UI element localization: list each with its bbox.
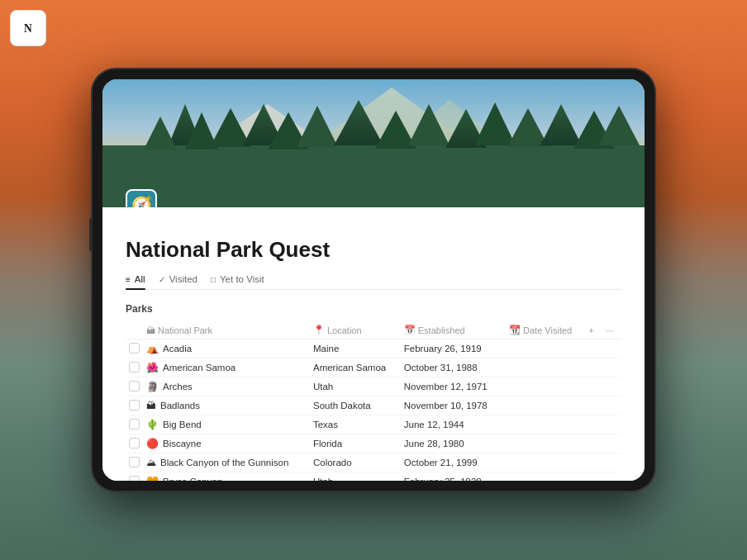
tab-visited[interactable]: ✓ Visited	[159, 274, 197, 289]
tablet-frame: 🧭 National Park Quest ≡ All ✓ Visited □ …	[93, 69, 654, 491]
park-location: Utah	[310, 377, 401, 396]
park-date-visited	[506, 396, 586, 415]
row-checkbox[interactable]	[126, 358, 143, 377]
row-checkbox[interactable]	[126, 396, 143, 415]
tab-all-icon: ≡	[126, 275, 131, 284]
park-emoji: 🌺	[146, 362, 159, 373]
park-emoji: 🧡	[146, 476, 159, 481]
row-checkbox[interactable]	[126, 434, 143, 453]
park-name: ⛺Acadia	[143, 339, 310, 358]
park-established: October 21, 1999	[401, 453, 506, 472]
park-emoji: 🏔	[146, 400, 156, 411]
row-extra1	[586, 396, 602, 415]
col-options[interactable]: ···	[602, 321, 621, 339]
park-established: June 28, 1980	[401, 434, 506, 453]
park-location: Maine	[310, 339, 401, 358]
cover-image: 🧭	[102, 79, 645, 207]
park-established: November 12, 1971	[401, 377, 506, 396]
park-name: 🏔Badlands	[143, 396, 310, 415]
row-extra1	[586, 358, 602, 377]
park-location: Colorado	[310, 453, 401, 472]
row-extra2	[602, 377, 621, 396]
table-row[interactable]: ⛰Black Canyon of the Gunnison Colorado O…	[126, 453, 621, 472]
row-extra2	[602, 358, 621, 377]
table-row[interactable]: 🧡Bryce Canyon Utah February 25, 1928	[126, 472, 621, 482]
table-row[interactable]: 🌺American Samoa American Samoa October 3…	[126, 358, 621, 377]
row-extra1	[586, 415, 602, 434]
row-extra2	[602, 434, 621, 453]
tabs-bar: ≡ All ✓ Visited □ Yet to Visit	[126, 274, 621, 290]
row-extra1	[586, 472, 602, 482]
row-checkbox[interactable]	[126, 339, 143, 358]
park-name: ⛰Black Canyon of the Gunnison	[143, 453, 310, 472]
tab-visited-icon: ✓	[159, 275, 165, 284]
tab-yet-to-visit[interactable]: □ Yet to Visit	[211, 274, 264, 289]
park-date-visited	[506, 472, 586, 482]
row-checkbox[interactable]	[126, 472, 143, 482]
park-emoji: 🌵	[146, 419, 159, 430]
park-date-visited	[506, 339, 586, 358]
content-area[interactable]: National Park Quest ≡ All ✓ Visited □ Ye…	[102, 207, 645, 481]
svg-rect-6	[102, 145, 645, 207]
calendar-icon: 📅	[404, 325, 416, 335]
checkbox-input[interactable]	[129, 400, 140, 411]
page-icon: 🧭	[126, 189, 157, 207]
park-established: June 12, 1944	[401, 415, 506, 434]
row-extra2	[602, 415, 621, 434]
table-row[interactable]: 🌵Big Bend Texas June 12, 1944	[126, 415, 621, 434]
row-extra2	[602, 453, 621, 472]
park-date-visited	[506, 434, 586, 453]
tab-yet-icon: □	[211, 275, 216, 284]
col-established[interactable]: 📅 Established	[401, 321, 506, 339]
checkbox-input[interactable]	[129, 381, 140, 392]
park-location: Florida	[310, 434, 401, 453]
tab-all[interactable]: ≡ All	[126, 274, 145, 289]
mountain-icon: 🏔	[146, 325, 155, 335]
checkbox-input[interactable]	[129, 438, 140, 448]
park-established: November 10, 1978	[401, 396, 506, 415]
checkbox-input[interactable]	[129, 457, 140, 467]
checkbox-input[interactable]	[129, 343, 140, 354]
park-name: 🧡Bryce Canyon	[143, 472, 310, 482]
add-column-button[interactable]: +	[586, 321, 602, 339]
tablet-screen: 🧭 National Park Quest ≡ All ✓ Visited □ …	[102, 79, 645, 481]
checkbox-input[interactable]	[129, 419, 140, 429]
park-name: 🌵Big Bend	[143, 415, 310, 434]
park-location: American Samoa	[310, 358, 401, 377]
row-extra1	[586, 453, 602, 472]
page-title: National Park Quest	[126, 237, 621, 263]
park-date-visited	[506, 377, 586, 396]
col-location[interactable]: 📍 Location	[310, 321, 401, 339]
checkbox-input[interactable]	[129, 362, 140, 373]
table-row[interactable]: 🗿Arches Utah November 12, 1971	[126, 377, 621, 396]
row-checkbox[interactable]	[126, 453, 143, 472]
park-emoji: ⛰	[146, 457, 156, 468]
col-name[interactable]: 🏔 National Park	[143, 321, 310, 339]
pin-icon: 📍	[313, 325, 325, 335]
park-emoji: 🔴	[146, 438, 159, 449]
park-date-visited	[506, 415, 586, 434]
checkbox-input[interactable]	[129, 476, 140, 482]
notion-icon[interactable]: N	[10, 10, 46, 46]
row-extra2	[602, 339, 621, 358]
park-emoji: ⛺	[146, 343, 159, 354]
table-row[interactable]: 🏔Badlands South Dakota November 10, 1978	[126, 396, 621, 415]
row-checkbox[interactable]	[126, 415, 143, 434]
park-location: South Dakota	[310, 396, 401, 415]
table-row[interactable]: 🔴Biscayne Florida June 28, 1980	[126, 434, 621, 453]
section-header: Parks	[126, 303, 621, 315]
svg-text:N: N	[24, 22, 32, 35]
row-extra2	[602, 472, 621, 482]
park-established: February 25, 1928	[401, 472, 506, 482]
row-extra2	[602, 396, 621, 415]
table-row[interactable]: ⛺Acadia Maine February 26, 1919	[126, 339, 621, 358]
calendar2-icon: 📆	[509, 325, 521, 335]
park-name: 🌺American Samoa	[143, 358, 310, 377]
park-established: October 31, 1988	[401, 358, 506, 377]
park-date-visited	[506, 453, 586, 472]
row-extra1	[586, 339, 602, 358]
col-checkbox	[126, 321, 143, 339]
col-date-visited[interactable]: 📆 Date Visited	[506, 321, 586, 339]
park-name: 🗿Arches	[143, 377, 310, 396]
row-checkbox[interactable]	[126, 377, 143, 396]
